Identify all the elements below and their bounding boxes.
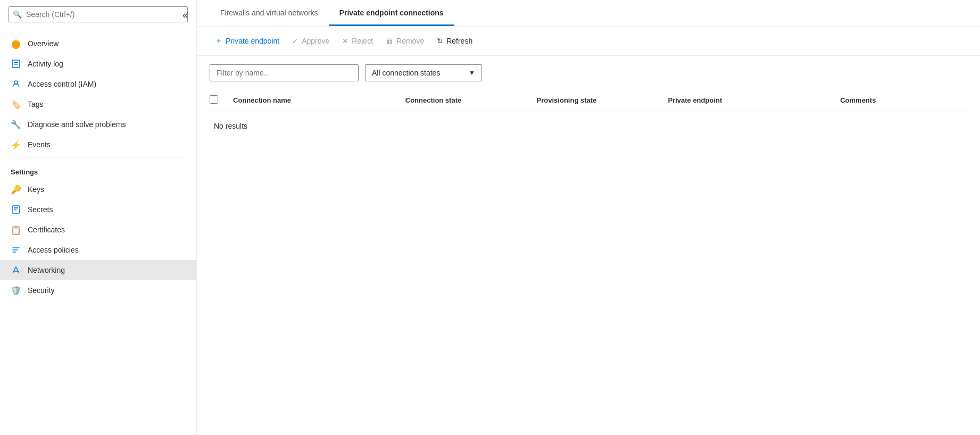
- plus-icon: ＋: [215, 36, 222, 46]
- remove-button[interactable]: 🗑 Remove: [380, 34, 429, 48]
- sidebar-search-container: 🔍 «: [0, 0, 196, 29]
- sidebar-item-secrets[interactable]: Secrets: [0, 199, 196, 220]
- chevron-down-icon: ▼: [469, 69, 475, 77]
- svg-rect-1: [14, 62, 18, 63]
- keys-icon: 🔑: [11, 184, 21, 195]
- sidebar-item-security-label: Security: [28, 286, 55, 295]
- filter-name-input[interactable]: [210, 64, 359, 81]
- approve-label: Approve: [302, 37, 329, 45]
- sidebar-item-access-policies[interactable]: Access policies: [0, 240, 196, 260]
- sidebar-item-networking[interactable]: Networking: [0, 260, 196, 280]
- column-header-connection-name: Connection name: [229, 96, 401, 104]
- sidebar-item-overview-label: Overview: [28, 39, 59, 48]
- svg-rect-6: [14, 210, 16, 211]
- sidebar-item-overview[interactable]: ⬤ Overview: [0, 34, 196, 54]
- refresh-label: Refresh: [446, 37, 472, 45]
- refresh-button[interactable]: ↻ Refresh: [431, 34, 478, 48]
- main-content: Firewalls and virtual networks Private e…: [197, 0, 980, 435]
- sidebar-item-tags[interactable]: 🏷️ Tags: [0, 94, 196, 114]
- tags-icon: 🏷️: [11, 99, 21, 110]
- collapse-sidebar-button[interactable]: «: [182, 10, 188, 21]
- column-header-comments: Comments: [836, 96, 967, 104]
- iam-icon: [11, 79, 21, 89]
- sidebar-nav: ⬤ Overview Activity log Access control (…: [0, 29, 196, 435]
- sidebar-item-events[interactable]: ⚡ Events: [0, 135, 196, 155]
- trash-icon: 🗑: [386, 37, 393, 45]
- tab-firewalls[interactable]: Firewalls and virtual networks: [210, 0, 329, 26]
- search-icon: 🔍: [13, 10, 22, 19]
- sidebar-item-diagnose[interactable]: 🔧 Diagnose and solve problems: [0, 114, 196, 135]
- sidebar-item-activity-log[interactable]: Activity log: [0, 54, 196, 74]
- add-private-endpoint-button[interactable]: ＋ Private endpoint: [210, 33, 285, 49]
- search-input[interactable]: [9, 6, 188, 22]
- access-policies-icon: [11, 245, 21, 255]
- select-all-checkbox[interactable]: [210, 95, 218, 104]
- diagnose-icon: 🔧: [11, 119, 21, 130]
- settings-section-header: Settings: [0, 160, 196, 179]
- tab-private-endpoints[interactable]: Private endpoint connections: [329, 0, 454, 26]
- x-icon: ✕: [342, 37, 348, 45]
- sidebar-item-iam[interactable]: Access control (IAM): [0, 74, 196, 94]
- reject-button[interactable]: ✕ Reject: [337, 34, 378, 48]
- svg-rect-5: [14, 207, 18, 208]
- activity-log-icon: [11, 58, 21, 69]
- sidebar-item-secrets-label: Secrets: [28, 205, 53, 214]
- sidebar: 🔍 « ⬤ Overview Activity log Access contr…: [0, 0, 197, 435]
- sidebar-item-networking-label: Networking: [28, 266, 65, 274]
- sidebar-item-certificates[interactable]: 📋 Certificates: [0, 220, 196, 240]
- sidebar-item-events-label: Events: [28, 140, 51, 149]
- sidebar-item-diagnose-label: Diagnose and solve problems: [28, 120, 126, 129]
- filter-row: All connection states ▼: [197, 56, 980, 90]
- sidebar-item-keys[interactable]: 🔑 Keys: [0, 179, 196, 199]
- overview-icon: ⬤: [11, 38, 21, 49]
- sidebar-item-certificates-label: Certificates: [28, 225, 65, 234]
- approve-button[interactable]: ✓ Approve: [287, 34, 335, 48]
- sidebar-item-security[interactable]: 🛡️ Security: [0, 280, 196, 300]
- table-container: Connection name Connection state Provisi…: [197, 90, 980, 141]
- remove-label: Remove: [396, 37, 424, 45]
- no-results-message: No results: [210, 120, 967, 132]
- toolbar: ＋ Private endpoint ✓ Approve ✕ Reject 🗑 …: [197, 27, 980, 56]
- sidebar-item-activity-log-label: Activity log: [28, 60, 63, 68]
- svg-rect-2: [14, 64, 18, 65]
- networking-icon: [11, 265, 21, 275]
- sidebar-item-iam-label: Access control (IAM): [28, 80, 96, 88]
- refresh-icon: ↻: [437, 37, 443, 45]
- security-icon: 🛡️: [11, 285, 21, 296]
- secrets-icon: [11, 204, 21, 215]
- table-header: Connection name Connection state Provisi…: [210, 90, 967, 111]
- add-private-endpoint-label: Private endpoint: [226, 37, 279, 45]
- sidebar-item-access-policies-label: Access policies: [28, 246, 79, 254]
- select-all-checkbox-container: [210, 95, 229, 105]
- column-header-connection-state: Connection state: [401, 96, 533, 104]
- connection-state-label: All connection states: [372, 69, 440, 77]
- sidebar-item-keys-label: Keys: [28, 185, 44, 194]
- column-header-provisioning-state: Provisioning state: [533, 96, 664, 104]
- settings-divider: [11, 157, 186, 157]
- checkmark-icon: ✓: [292, 37, 298, 45]
- sidebar-item-tags-label: Tags: [28, 100, 44, 108]
- connection-state-dropdown[interactable]: All connection states ▼: [365, 64, 482, 81]
- tabs-bar: Firewalls and virtual networks Private e…: [197, 0, 980, 27]
- column-header-private-endpoint: Private endpoint: [663, 96, 836, 104]
- events-icon: ⚡: [11, 139, 21, 150]
- svg-point-3: [14, 81, 18, 84]
- reject-label: Reject: [352, 37, 373, 45]
- table-body: No results: [210, 111, 967, 141]
- certificates-icon: 📋: [11, 224, 21, 235]
